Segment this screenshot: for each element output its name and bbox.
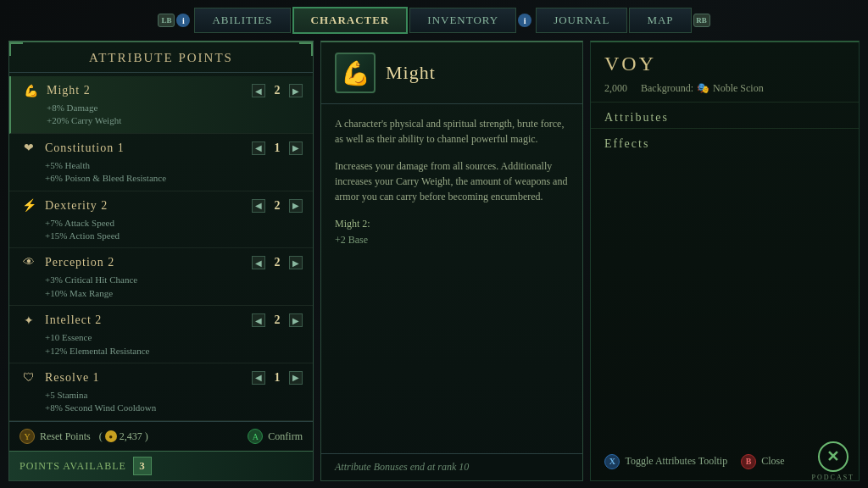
intellect-control: ◀ 2 ▶: [252, 313, 303, 327]
dexterity-bonuses: +7% Attack Speed +15% Action Speed: [19, 217, 303, 243]
perception-decrease[interactable]: ◀: [252, 256, 265, 269]
xbox-logo: ✕ PODCAST: [812, 441, 854, 481]
constitution-bonus-2: +6% Poison & Bleed Resistance: [45, 172, 303, 185]
attribute-item-might[interactable]: 💪 Might 2 ◀ 2 ▶ +8% Damage +20% Carry We…: [9, 76, 313, 134]
xbox-x-icon: ✕: [826, 447, 839, 466]
intellect-bonus-1: +10 Essence: [45, 331, 303, 344]
tab-abilities[interactable]: ABILITIES: [194, 8, 290, 33]
journal-info-icon: i: [518, 14, 531, 27]
confirm-button[interactable]: A Confirm: [248, 429, 303, 444]
might-increase[interactable]: ▶: [289, 84, 303, 97]
background-display: Background: 🎭 Noble Scion: [641, 82, 764, 95]
resolve-control: ◀ 1 ▶: [252, 371, 303, 385]
detail-effect: Increases your damage from all sources. …: [335, 158, 569, 204]
detail-panel: 💪 Might A character's physical and spiri…: [320, 41, 583, 481]
perception-control: ◀ 2 ▶: [252, 256, 303, 269]
dexterity-decrease[interactable]: ◀: [252, 199, 265, 213]
intellect-icon: ✦: [19, 311, 38, 330]
panel-title: Attribute Points: [9, 42, 313, 73]
toggle-tooltip-hint[interactable]: X Toggle Attributes Tooltip: [604, 454, 727, 469]
resolve-bonuses: +5 Stamina +8% Second Wind Cooldown: [19, 389, 303, 415]
resolve-decrease[interactable]: ◀: [252, 371, 265, 385]
might-name: Might 2: [47, 84, 91, 97]
tab-journal[interactable]: JOURNAL: [536, 8, 627, 33]
points-label: POINTS AVAILABLE: [19, 460, 126, 473]
might-bonus-1: +8% Damage: [47, 102, 303, 114]
x-button[interactable]: X: [604, 454, 620, 469]
detail-icon: 💪: [335, 53, 376, 93]
detail-body: A character's physical and spiritual str…: [321, 104, 582, 453]
perception-icon: 👁: [19, 253, 38, 272]
xbox-podcast-text: PODCAST: [812, 474, 854, 481]
perception-bonuses: +3% Critical Hit Chance +10% Max Range: [19, 274, 303, 300]
constitution-increase[interactable]: ▶: [289, 141, 303, 155]
perception-value: 2: [269, 256, 286, 269]
background-label: Background:: [641, 82, 693, 95]
tab-map[interactable]: MAP: [629, 8, 691, 33]
detail-footer: Attribute Bonuses end at rank 10: [321, 453, 582, 480]
attribute-item-dexterity[interactable]: ⚡ Dexterity 2 ◀ 2 ▶ +7% Attack Speed +15…: [9, 191, 313, 249]
constitution-bonus-1: +5% Health: [45, 159, 303, 172]
detail-title: Might: [386, 62, 436, 84]
footer-note: Attribute Bonuses end at rank 10: [335, 461, 569, 474]
a-button-icon: A: [248, 429, 263, 444]
attribute-item-resolve[interactable]: 🛡 Resolve 1 ◀ 1 ▶ +5 Stamina +8% Second …: [9, 363, 313, 421]
dexterity-control: ◀ 2 ▶: [252, 199, 303, 213]
attribute-item-perception[interactable]: 👁 Perception 2 ◀ 2 ▶ +3% Critical Hit Ch…: [9, 248, 313, 306]
constitution-bonuses: +5% Health +6% Poison & Bleed Resistance: [19, 159, 303, 186]
b-button[interactable]: B: [741, 454, 756, 469]
might-value: 2: [269, 84, 286, 97]
attribute-item-constitution[interactable]: ❤ Constitution 1 ◀ 1 ▶ +5% Health +6% Po…: [9, 134, 313, 191]
close-hint[interactable]: B Close: [741, 454, 784, 469]
panel-bottom: Y Reset Points (● 2,437) A Confirm: [9, 421, 313, 451]
might-decrease[interactable]: ◀: [252, 84, 265, 97]
tab-character[interactable]: CHARACTER: [292, 7, 409, 34]
y-button-icon: Y: [19, 429, 35, 444]
rb-trigger[interactable]: RB: [693, 14, 710, 27]
resolve-bonus-2: +8% Second Wind Cooldown: [45, 402, 303, 414]
tab-inventory[interactable]: INVENTORY: [409, 8, 516, 33]
dexterity-increase[interactable]: ▶: [289, 199, 303, 213]
dexterity-name: Dexterity 2: [45, 199, 108, 213]
dexterity-icon: ⚡: [19, 197, 38, 215]
intellect-increase[interactable]: ▶: [289, 313, 303, 327]
constitution-decrease[interactable]: ◀: [252, 141, 265, 155]
resolve-bonus-1: +5 Stamina: [45, 389, 303, 402]
toggle-label: Toggle Attributes Tooltip: [625, 455, 727, 468]
constitution-icon: ❤: [19, 139, 38, 158]
reset-label: Reset Points: [40, 430, 91, 443]
intellect-bonus-2: +12% Elemental Resistance: [45, 345, 303, 358]
attribute-points-panel: Attribute Points 💪 Might 2 ◀ 2 ▶ +8%: [8, 41, 314, 481]
xbox-circle-icon: ✕: [818, 441, 849, 472]
dexterity-bonus-1: +7% Attack Speed: [45, 217, 303, 230]
perception-increase[interactable]: ▶: [289, 256, 303, 269]
dexterity-value: 2: [269, 199, 286, 213]
attributes-section-heading: Attributes: [591, 103, 859, 129]
reset-button[interactable]: Y Reset Points (● 2,437): [19, 429, 148, 444]
lb-trigger[interactable]: LB: [158, 14, 175, 27]
intellect-decrease[interactable]: ◀: [252, 313, 265, 327]
nav-bar: LB i ABILITIES CHARACTER INVENTORY i JOU…: [0, 0, 868, 41]
constitution-value: 1: [269, 141, 286, 155]
confirm-label: Confirm: [268, 430, 303, 443]
rb-icon: RB: [693, 14, 710, 27]
close-label: Close: [761, 455, 784, 468]
might-bonuses: +8% Damage +20% Carry Weight: [21, 102, 303, 128]
background-value: Noble Scion: [713, 82, 764, 95]
character-panel: VOY 2,000 Background: 🎭 Noble Scion Attr…: [590, 41, 860, 481]
perception-name: Perception 2: [45, 256, 114, 269]
resolve-increase[interactable]: ▶: [289, 371, 303, 385]
effects-section-heading: Effects: [591, 129, 859, 154]
intellect-name: Intellect 2: [45, 313, 102, 327]
detail-description: A character's physical and spiritual str…: [335, 116, 569, 147]
perception-bonus-2: +10% Max Range: [45, 287, 303, 300]
points-count: 3: [133, 457, 152, 475]
dexterity-bonus-2: +15% Action Speed: [45, 230, 303, 242]
resolve-value: 1: [269, 371, 286, 385]
lb-icon: LB: [158, 14, 175, 27]
intellect-bonuses: +10 Essence +12% Elemental Resistance: [19, 331, 303, 358]
attribute-item-intellect[interactable]: ✦ Intellect 2 ◀ 2 ▶ +10 Essence +12% Ele…: [9, 306, 313, 363]
current-rank-value: +2 Base: [335, 234, 569, 247]
intellect-value: 2: [269, 313, 286, 327]
detail-current: Might 2: +2 Base: [335, 218, 569, 247]
